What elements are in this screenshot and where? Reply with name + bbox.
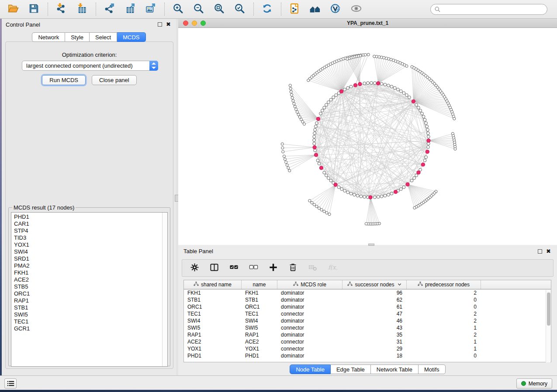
gear-button[interactable] <box>187 261 202 275</box>
shared-column-icon <box>293 282 298 288</box>
close-panel-button[interactable]: Close panel <box>92 75 137 85</box>
control-panel-tabs: NetworkStyleSelectMCDS <box>2 32 176 42</box>
table-row[interactable]: ACE2ACE2connector311 <box>184 338 551 345</box>
refresh-layout-button[interactable] <box>259 2 274 17</box>
table-row[interactable]: STB1STB1dominator620 <box>184 296 551 303</box>
tab-motifs[interactable]: Motifs <box>419 364 446 374</box>
tab-select[interactable]: Select <box>90 32 117 42</box>
home-networks-button[interactable] <box>308 2 322 17</box>
trash-button[interactable] <box>285 261 300 275</box>
table-cell: TEC1 <box>184 310 242 317</box>
table-row[interactable]: YOX1YOX1connector291 <box>184 345 551 352</box>
column-header-name[interactable]: name <box>242 280 277 289</box>
vizmapper-button[interactable] <box>328 2 343 17</box>
float-window-icon[interactable] <box>158 22 162 27</box>
table-row[interactable]: TEC1TEC1connector472 <box>184 310 551 317</box>
mcds-result-item[interactable]: SWI4 <box>14 248 167 255</box>
tab-network[interactable]: Network <box>32 32 65 42</box>
mcds-result-item[interactable]: STB1 <box>14 304 167 311</box>
table-row[interactable]: FKH1FKH1dominator962 <box>184 289 551 296</box>
table-cell: connector <box>277 324 343 331</box>
add-column-button[interactable] <box>266 261 280 275</box>
import-network-icon <box>55 3 67 16</box>
column-header-filler <box>481 280 547 289</box>
column-header-predecessor-nodes[interactable]: predecessor nodes <box>407 280 481 289</box>
network-graph[interactable] <box>178 28 557 245</box>
table-body: FKH1FKH1dominator962STB1STB1dominator620… <box>184 289 551 359</box>
close-panel-icon[interactable]: ✖ <box>166 22 171 27</box>
mcds-result-item[interactable]: PHD1 <box>14 213 167 220</box>
save-button[interactable] <box>26 2 41 17</box>
float-table-panel-icon[interactable] <box>538 249 542 254</box>
mcds-result-item[interactable]: STP4 <box>14 227 167 234</box>
mcds-result-item[interactable]: STB5 <box>14 283 167 290</box>
mcds-result-group-title: MCDS result (17 nodes) <box>12 204 76 211</box>
table-row[interactable]: PHD1PHD1dominator180 <box>184 352 551 359</box>
deselect-all-checks-button[interactable] <box>246 261 261 275</box>
optimization-criterion-dropdown[interactable]: largest connected component (undirected) <box>22 61 158 71</box>
zoom-fit-button[interactable] <box>211 2 226 17</box>
mcds-result-item[interactable]: FKH1 <box>14 269 167 276</box>
table-cell: STB1 <box>242 296 277 303</box>
mcds-result-item[interactable]: ACE2 <box>14 276 167 283</box>
table-row[interactable]: SWI4SWI4dominator462 <box>184 317 551 324</box>
tab-edge-table[interactable]: Edge Table <box>331 364 371 374</box>
table-row[interactable]: RAP1RAP1dominator352 <box>184 331 551 338</box>
export-network-button[interactable] <box>102 2 117 17</box>
table-row[interactable]: SWI5SWI5connector431 <box>184 324 551 331</box>
select-all-checks-button[interactable] <box>226 261 241 275</box>
import-network-button[interactable] <box>54 2 69 17</box>
mcds-result-item[interactable]: PMA2 <box>14 262 167 269</box>
zoom-out-icon <box>193 3 204 16</box>
search-input[interactable] <box>430 4 547 15</box>
close-table-panel-icon[interactable]: ✖ <box>546 249 551 254</box>
node-table[interactable]: shared namenameMCDS rolesuccessor nodesp… <box>183 280 551 362</box>
export-image-button[interactable] <box>143 2 158 17</box>
mcds-result-item[interactable]: ORC1 <box>14 290 167 297</box>
table-cell: 2 <box>407 310 481 317</box>
zoom-out-button[interactable] <box>191 2 206 17</box>
open-folder-icon <box>7 3 19 16</box>
mcds-list-scrollbar[interactable] <box>162 213 167 366</box>
column-header-MCDS-role[interactable]: MCDS role <box>277 280 343 289</box>
open-folder-button[interactable] <box>6 2 21 17</box>
mcds-result-item[interactable]: SWI5 <box>14 311 167 318</box>
run-mcds-button[interactable]: Run MCDS <box>42 75 86 85</box>
zoom-in-button[interactable] <box>170 2 185 17</box>
table-cell: 0 <box>407 352 481 359</box>
mcds-tab-content: Optimization criterion: largest connecte… <box>5 41 173 369</box>
show-panels-list-button[interactable] <box>4 378 17 389</box>
toolbar-separator <box>253 3 254 16</box>
mcds-result-item[interactable]: RAP1 <box>14 297 167 304</box>
table-cell: 2 <box>407 331 481 338</box>
svg-text:f(x): f(x) <box>328 264 337 271</box>
share-document-button[interactable] <box>287 2 302 17</box>
tab-style[interactable]: Style <box>65 32 90 42</box>
tab-network-table[interactable]: Network Table <box>371 364 419 374</box>
table-row[interactable]: ORC1ORC1dominator610 <box>184 303 551 310</box>
export-table-button[interactable] <box>122 2 137 17</box>
zoom-selected-button[interactable] <box>232 2 247 17</box>
mcds-result-item[interactable]: TID3 <box>14 234 167 241</box>
column-header-successor-nodes[interactable]: successor nodes <box>343 280 407 289</box>
table-cell: dominator <box>277 317 343 324</box>
mcds-result-item[interactable]: TEC1 <box>14 318 167 325</box>
tab-node-table[interactable]: Node Table <box>290 364 331 374</box>
mcds-result-item[interactable]: CAR1 <box>14 220 167 227</box>
mcds-result-item[interactable]: YOX1 <box>14 241 167 248</box>
mcds-result-list[interactable]: PHD1CAR1STP4TID3YOX1SWI4SRD1PMA2FKH1ACE2… <box>11 212 168 367</box>
show-graphics-details-button[interactable] <box>349 2 363 17</box>
column-header-shared-name[interactable]: shared name <box>184 280 242 289</box>
columns-button[interactable] <box>207 261 221 275</box>
table-scrollbar[interactable] <box>546 290 550 362</box>
mcds-result-item[interactable]: SRD1 <box>14 255 167 262</box>
toolbar-separator <box>164 3 165 16</box>
table-cell: 62 <box>343 296 407 303</box>
mcds-result-item[interactable]: GCR1 <box>14 325 167 332</box>
memory-button[interactable]: Memory <box>516 378 552 389</box>
table-scrollbar-thumb[interactable] <box>547 292 550 326</box>
tab-mcds[interactable]: MCDS <box>117 32 145 42</box>
network-view-canvas[interactable] <box>178 28 557 245</box>
network-window-titlebar[interactable]: YPA_prune.txt_1 <box>178 19 557 28</box>
import-table-button[interactable] <box>74 2 89 17</box>
